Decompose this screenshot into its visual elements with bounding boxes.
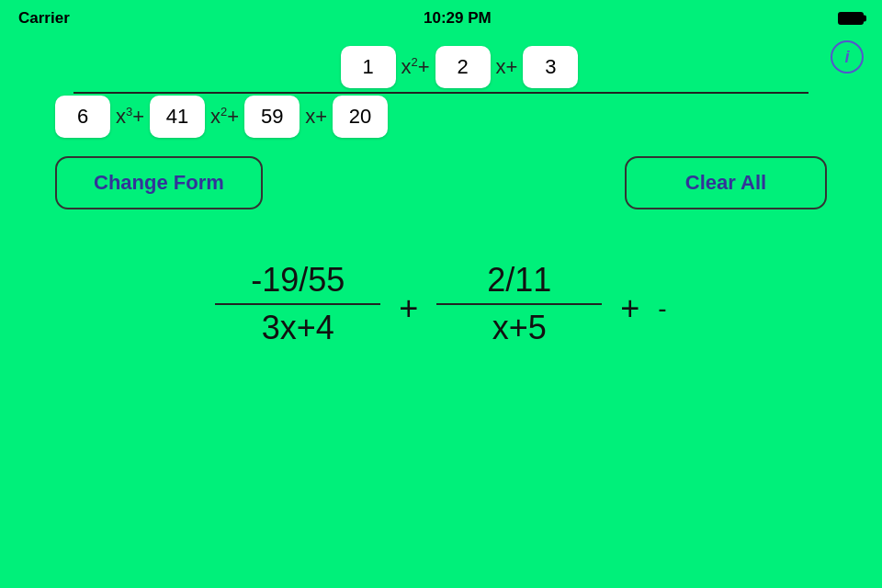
numerator-coeff2[interactable]: 2 [435,46,491,88]
result-fraction2-denominator: x+5 [436,305,602,347]
buttons-row: Change Form Clear All [37,141,845,224]
denom-coeff1[interactable]: 6 [55,96,110,138]
battery-icon [838,12,864,25]
denom-term2: x2+ [209,105,241,129]
numerator-coeff1[interactable]: 1 [341,46,396,88]
numerator-term2: x+ [494,55,520,79]
denom-coeff4[interactable]: 20 [333,96,388,138]
result-area: -19/55 3x+4 + 2/11 x+5 + - [0,261,882,347]
result-fraction1: -19/55 3x+4 [215,261,380,347]
clear-all-button[interactable]: Clear All [625,156,827,209]
numerator-row: 1 x2+ 2 x+ 3 [37,46,845,88]
result-fraction1-denominator: 3x+4 [215,305,380,347]
denominator-row: 6 x3+ 41 x2+ 59 x+ 20 [37,96,845,138]
carrier-label: Carrier [18,9,70,28]
denom-coeff2[interactable]: 41 [150,96,205,138]
result-minus: - [658,294,666,323]
change-form-button[interactable]: Change Form [55,156,263,209]
status-right [838,12,864,25]
result-fraction2: 2/11 x+5 [436,261,602,347]
denom-term3: x+ [303,105,329,129]
time-display: 10:29 PM [424,9,492,28]
result-fraction1-numerator: -19/55 [215,261,380,303]
status-left: Carrier [18,9,77,28]
result-plus2: + [620,289,639,328]
numerator-term1: x2+ [400,55,432,79]
denom-term1: x3+ [114,105,146,129]
numerator-coeff3[interactable]: 3 [523,46,578,88]
result-plus1: + [399,289,418,328]
result-fraction2-numerator: 2/11 [436,261,602,303]
main-content: 1 x2+ 2 x+ 3 6 x3+ 41 x2+ 59 x+ 20 Chang… [0,37,882,233]
status-bar: Carrier 10:29 PM [0,0,882,37]
info-button[interactable]: i [831,40,864,74]
denom-coeff3[interactable]: 59 [244,96,300,138]
fraction-divider [74,92,808,94]
